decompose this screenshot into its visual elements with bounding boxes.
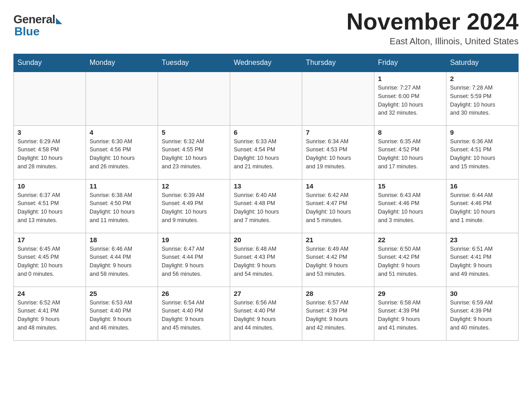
calendar-cell: 5Sunrise: 6:32 AM Sunset: 4:55 PM Daylig… — [158, 125, 230, 179]
day-number: 15 — [378, 182, 442, 190]
day-number: 23 — [450, 236, 515, 244]
day-number: 6 — [234, 128, 298, 136]
calendar-cell: 24Sunrise: 6:52 AM Sunset: 4:41 PM Dayli… — [14, 287, 86, 340]
day-number: 20 — [234, 236, 298, 244]
day-number: 13 — [234, 182, 298, 190]
day-number: 16 — [450, 182, 515, 190]
day-info: Sunrise: 6:32 AM Sunset: 4:55 PM Dayligh… — [162, 137, 226, 171]
day-number: 24 — [17, 290, 82, 297]
day-info: Sunrise: 6:49 AM Sunset: 4:42 PM Dayligh… — [306, 245, 370, 278]
day-number: 30 — [450, 290, 515, 297]
day-info: Sunrise: 6:48 AM Sunset: 4:43 PM Dayligh… — [234, 245, 298, 278]
calendar-cell: 12Sunrise: 6:39 AM Sunset: 4:49 PM Dayli… — [158, 179, 230, 233]
calendar-week-row: 24Sunrise: 6:52 AM Sunset: 4:41 PM Dayli… — [14, 287, 519, 340]
calendar-week-row: 17Sunrise: 6:45 AM Sunset: 4:45 PM Dayli… — [14, 233, 519, 287]
day-number: 2 — [450, 75, 515, 82]
calendar-cell — [86, 72, 158, 125]
calendar-day-header: Thursday — [302, 54, 374, 72]
day-info: Sunrise: 6:51 AM Sunset: 4:41 PM Dayligh… — [450, 245, 515, 278]
calendar-cell: 23Sunrise: 6:51 AM Sunset: 4:41 PM Dayli… — [446, 233, 519, 287]
day-number: 4 — [90, 128, 154, 136]
day-info: Sunrise: 6:43 AM Sunset: 4:46 PM Dayligh… — [378, 191, 442, 225]
calendar-cell: 16Sunrise: 6:44 AM Sunset: 4:46 PM Dayli… — [446, 179, 519, 233]
day-number: 27 — [234, 290, 298, 297]
calendar-cell — [230, 72, 302, 125]
logo-arrow-icon — [56, 18, 62, 24]
day-number: 26 — [162, 290, 226, 297]
day-info: Sunrise: 6:33 AM Sunset: 4:54 PM Dayligh… — [234, 137, 298, 171]
day-info: Sunrise: 6:40 AM Sunset: 4:48 PM Dayligh… — [234, 191, 298, 225]
calendar-cell: 15Sunrise: 6:43 AM Sunset: 4:46 PM Dayli… — [374, 179, 446, 233]
calendar-cell: 8Sunrise: 6:35 AM Sunset: 4:52 PM Daylig… — [374, 125, 446, 179]
calendar-cell: 26Sunrise: 6:54 AM Sunset: 4:40 PM Dayli… — [158, 287, 230, 340]
day-info: Sunrise: 6:58 AM Sunset: 4:39 PM Dayligh… — [378, 299, 442, 332]
day-number: 28 — [306, 290, 370, 297]
day-info: Sunrise: 6:54 AM Sunset: 4:40 PM Dayligh… — [162, 299, 226, 332]
calendar-day-header: Wednesday — [230, 54, 302, 72]
day-number: 12 — [162, 182, 226, 190]
calendar-cell: 22Sunrise: 6:50 AM Sunset: 4:42 PM Dayli… — [374, 233, 446, 287]
calendar-cell: 11Sunrise: 6:38 AM Sunset: 4:50 PM Dayli… — [86, 179, 158, 233]
day-info: Sunrise: 6:56 AM Sunset: 4:40 PM Dayligh… — [234, 299, 298, 332]
calendar-cell: 4Sunrise: 6:30 AM Sunset: 4:56 PM Daylig… — [86, 125, 158, 179]
calendar-week-row: 3Sunrise: 6:29 AM Sunset: 4:58 PM Daylig… — [14, 125, 519, 179]
day-number: 7 — [306, 128, 370, 136]
day-number: 21 — [306, 236, 370, 244]
calendar-cell: 21Sunrise: 6:49 AM Sunset: 4:42 PM Dayli… — [302, 233, 374, 287]
calendar-cell: 28Sunrise: 6:57 AM Sunset: 4:39 PM Dayli… — [302, 287, 374, 340]
calendar-cell: 30Sunrise: 6:59 AM Sunset: 4:39 PM Dayli… — [446, 287, 519, 340]
day-number: 22 — [378, 236, 442, 244]
calendar-cell: 29Sunrise: 6:58 AM Sunset: 4:39 PM Dayli… — [374, 287, 446, 340]
calendar-cell: 19Sunrise: 6:47 AM Sunset: 4:44 PM Dayli… — [158, 233, 230, 287]
day-info: Sunrise: 6:37 AM Sunset: 4:51 PM Dayligh… — [17, 191, 82, 225]
day-number: 29 — [378, 290, 442, 297]
calendar-header-row: SundayMondayTuesdayWednesdayThursdayFrid… — [14, 54, 519, 72]
logo: General Blue — [13, 9, 62, 39]
day-info: Sunrise: 6:44 AM Sunset: 4:46 PM Dayligh… — [450, 191, 515, 225]
location-text: East Alton, Illinois, United States — [347, 36, 519, 47]
day-info: Sunrise: 6:35 AM Sunset: 4:52 PM Dayligh… — [378, 137, 442, 171]
day-info: Sunrise: 6:36 AM Sunset: 4:51 PM Dayligh… — [450, 137, 515, 171]
title-section: November 2024 East Alton, Illinois, Unit… — [347, 9, 519, 47]
day-info: Sunrise: 6:30 AM Sunset: 4:56 PM Dayligh… — [90, 137, 154, 171]
day-info: Sunrise: 6:50 AM Sunset: 4:42 PM Dayligh… — [378, 245, 442, 278]
day-number: 1 — [378, 75, 442, 82]
day-info: Sunrise: 6:47 AM Sunset: 4:44 PM Dayligh… — [162, 245, 226, 278]
calendar-cell: 14Sunrise: 6:42 AM Sunset: 4:47 PM Dayli… — [302, 179, 374, 233]
day-number: 5 — [162, 128, 226, 136]
calendar-cell: 9Sunrise: 6:36 AM Sunset: 4:51 PM Daylig… — [446, 125, 519, 179]
calendar-cell: 18Sunrise: 6:46 AM Sunset: 4:44 PM Dayli… — [86, 233, 158, 287]
day-number: 25 — [90, 290, 154, 297]
day-info: Sunrise: 6:34 AM Sunset: 4:53 PM Dayligh… — [306, 137, 370, 171]
month-title: November 2024 — [347, 9, 519, 34]
day-info: Sunrise: 6:53 AM Sunset: 4:40 PM Dayligh… — [90, 299, 154, 332]
day-info: Sunrise: 6:29 AM Sunset: 4:58 PM Dayligh… — [17, 137, 82, 171]
day-info: Sunrise: 6:45 AM Sunset: 4:45 PM Dayligh… — [17, 245, 82, 278]
calendar-cell: 10Sunrise: 6:37 AM Sunset: 4:51 PM Dayli… — [14, 179, 86, 233]
calendar-cell: 1Sunrise: 7:27 AM Sunset: 6:00 PM Daylig… — [374, 72, 446, 125]
day-info: Sunrise: 7:28 AM Sunset: 5:59 PM Dayligh… — [450, 84, 515, 117]
calendar-cell: 7Sunrise: 6:34 AM Sunset: 4:53 PM Daylig… — [302, 125, 374, 179]
day-number: 3 — [17, 128, 82, 136]
calendar-week-row: 10Sunrise: 6:37 AM Sunset: 4:51 PM Dayli… — [14, 179, 519, 233]
day-info: Sunrise: 6:59 AM Sunset: 4:39 PM Dayligh… — [450, 299, 515, 332]
calendar-cell: 3Sunrise: 6:29 AM Sunset: 4:58 PM Daylig… — [14, 125, 86, 179]
day-number: 17 — [17, 236, 82, 244]
day-info: Sunrise: 6:52 AM Sunset: 4:41 PM Dayligh… — [17, 299, 82, 332]
calendar-day-header: Monday — [86, 54, 158, 72]
day-number: 10 — [17, 182, 82, 190]
page-header: General Blue November 2024 East Alton, I… — [13, 9, 519, 47]
day-info: Sunrise: 6:39 AM Sunset: 4:49 PM Dayligh… — [162, 191, 226, 225]
day-number: 18 — [90, 236, 154, 244]
calendar-cell: 13Sunrise: 6:40 AM Sunset: 4:48 PM Dayli… — [230, 179, 302, 233]
day-number: 9 — [450, 128, 515, 136]
calendar-table: SundayMondayTuesdayWednesdayThursdayFrid… — [13, 54, 519, 341]
logo-blue-text: Blue — [14, 25, 39, 39]
calendar-cell: 27Sunrise: 6:56 AM Sunset: 4:40 PM Dayli… — [230, 287, 302, 340]
calendar-cell: 17Sunrise: 6:45 AM Sunset: 4:45 PM Dayli… — [14, 233, 86, 287]
calendar-day-header: Saturday — [446, 54, 519, 72]
calendar-day-header: Friday — [374, 54, 446, 72]
calendar-cell: 20Sunrise: 6:48 AM Sunset: 4:43 PM Dayli… — [230, 233, 302, 287]
day-info: Sunrise: 7:27 AM Sunset: 6:00 PM Dayligh… — [378, 84, 442, 117]
day-info: Sunrise: 6:42 AM Sunset: 4:47 PM Dayligh… — [306, 191, 370, 225]
